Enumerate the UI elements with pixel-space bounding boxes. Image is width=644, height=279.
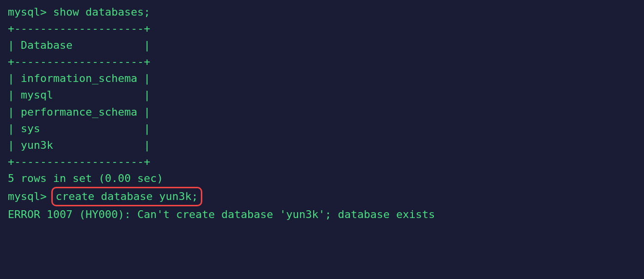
prompt: mysql> xyxy=(8,6,46,18)
table-border-mid: +--------------------+ xyxy=(8,54,636,70)
table-row-information-schema: | information_schema | xyxy=(8,70,636,87)
command-create-database-highlighted: create database yun3k; xyxy=(51,187,202,206)
command-show-databases: show databases; xyxy=(53,6,150,18)
prompt-line-1: mysql> show databases; xyxy=(8,4,636,20)
table-header: | Database | xyxy=(8,37,636,54)
table-row-sys: | sys | xyxy=(8,120,636,137)
table-border-top: +--------------------+ xyxy=(8,20,636,37)
table-row-yun3k: | yun3k | xyxy=(8,137,636,154)
table-row-mysql: | mysql | xyxy=(8,87,636,103)
result-summary: 5 rows in set (0.00 sec) xyxy=(8,170,636,187)
prompt: mysql> xyxy=(8,190,46,202)
error-message: ERROR 1007 (HY000): Can't create databas… xyxy=(8,206,636,223)
table-border-bottom: +--------------------+ xyxy=(8,154,636,170)
prompt-line-2: mysql> create database yun3k; xyxy=(8,187,636,206)
table-row-performance-schema: | performance_schema | xyxy=(8,104,636,120)
